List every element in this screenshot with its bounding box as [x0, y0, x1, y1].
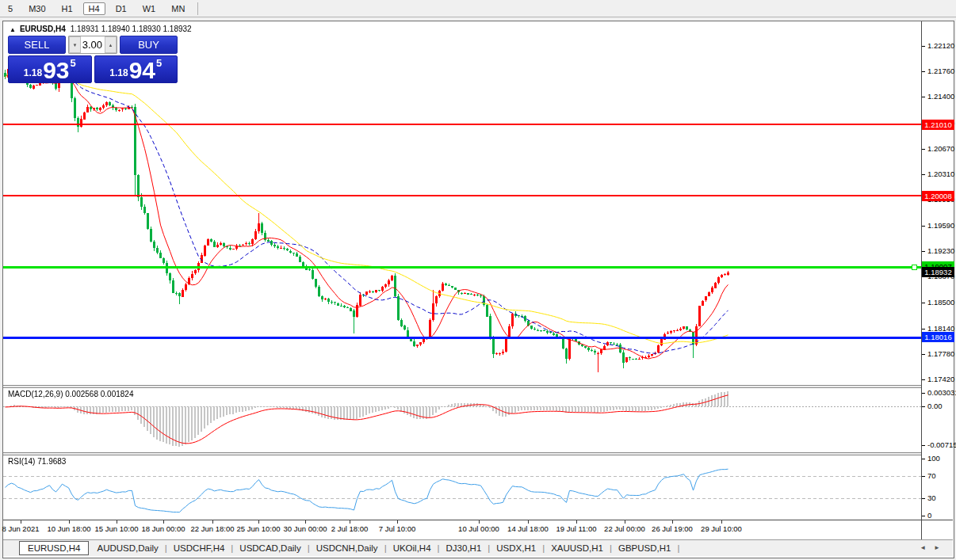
tab-scroll-left-icon[interactable]: ◄: [920, 544, 934, 551]
tab-separator: |: [308, 543, 310, 553]
time-axis-label: 14 Jul 18:00: [507, 524, 549, 533]
price-axis-label: 1.21760: [927, 67, 954, 75]
time-axis-tick-mark: [479, 520, 480, 524]
price-axis-label: 1.19230: [927, 246, 954, 255]
time-axis-tick-mark: [69, 520, 70, 524]
price-axis-tick-mark: [922, 71, 925, 72]
tab-separator: |: [165, 543, 167, 553]
tab-item[interactable]: AUDUSD,Daily: [97, 543, 158, 553]
tab-item[interactable]: XAUUSD,H1: [551, 543, 603, 553]
timeframe-button-h1[interactable]: H1: [56, 2, 78, 15]
buy-button[interactable]: BUY: [120, 36, 178, 54]
tab-item[interactable]: USDX,H1: [496, 543, 536, 553]
time-axis-tick-mark: [672, 520, 673, 524]
price-axis-label: 1.18500: [927, 298, 954, 307]
timeframe-button-mn[interactable]: MN: [166, 2, 190, 15]
time-axis-tick-mark: [21, 520, 21, 524]
current-price-badge: 1.18932: [922, 267, 954, 277]
rsi-canvas[interactable]: [3, 455, 921, 520]
lot-size-control: ▼ 3.00 ▲: [68, 36, 117, 54]
tab-item[interactable]: GBPUSD,H1: [618, 543, 671, 553]
price-axis-tick-mark: [922, 97, 925, 97]
timeframe-button-w1[interactable]: W1: [137, 2, 162, 15]
time-axis-label: 10 Jul 00:00: [458, 524, 499, 533]
price-axis-tick-mark: [922, 303, 925, 303]
tab-item[interactable]: UKOil,H4: [393, 543, 431, 553]
time-axis-tick-mark: [528, 520, 529, 524]
rsi-axis-tick-mark: [922, 498, 925, 499]
price-axis-tick-mark: [922, 46, 925, 47]
macd-axis-tick-mark: [922, 445, 925, 446]
chart-symbol-period: EURUSD,H4: [20, 25, 66, 33]
price-axis-label: 1.20310: [927, 170, 954, 178]
time-axis-tick-mark: [576, 520, 577, 524]
time-axis-label: 8 Jun 2021: [2, 524, 39, 533]
sell-price-big-digits: 93: [43, 60, 69, 81]
timeframe-button-5[interactable]: 5: [2, 2, 18, 15]
time-axis-label: 22 Jun 18:00: [191, 524, 235, 533]
price-badge-line-1.18016: 1.18016: [922, 332, 954, 342]
timeframe-button-d1[interactable]: D1: [110, 2, 132, 15]
tab-separator: |: [231, 543, 233, 553]
tab-item[interactable]: USDCHF,H4: [174, 543, 225, 553]
axis-vertical-border: [921, 21, 922, 539]
tab-separator: |: [488, 543, 490, 553]
time-axis-label: 7 Jul 10:00: [379, 524, 415, 533]
price-axis-label: 1.21400: [927, 92, 954, 101]
tab-separator: |: [610, 543, 612, 553]
time-axis-tick-mark: [258, 520, 259, 524]
buy-price-prefix: 1.18: [109, 67, 128, 78]
timeframe-button-m30[interactable]: M30: [23, 2, 51, 15]
time-axis-tick-mark: [721, 520, 722, 524]
price-axis-label: 1.17420: [927, 375, 954, 383]
rsi-axis-label: 0: [927, 511, 931, 520]
price-axis-tick-mark: [922, 329, 925, 330]
tab-item[interactable]: DJ30,H1: [446, 543, 482, 553]
lot-input[interactable]: 3.00: [81, 36, 105, 53]
macd-canvas[interactable]: [3, 388, 921, 452]
macd-label: MACD(12,26,9) 0.002568 0.001824: [8, 390, 133, 398]
time-axis-label: 29 Jul 10:00: [701, 524, 742, 533]
price-axis-tick-mark: [922, 251, 925, 252]
price-axis-label: 1.22120: [927, 41, 954, 50]
rsi-name: RSI(14): [8, 457, 35, 466]
tab-item-active[interactable]: EURUSD,H4: [19, 541, 89, 555]
macd-axis-tick-mark: [922, 406, 925, 407]
sell-button[interactable]: SELL: [8, 36, 66, 54]
tab-scroll-arrows: ◄►: [920, 544, 948, 551]
macd-axis-min: -0.00715: [927, 440, 956, 449]
tab-separator: |: [677, 543, 679, 553]
sell-price-display[interactable]: 1.18935: [8, 55, 92, 83]
lot-decrease-button[interactable]: ▼: [69, 36, 81, 53]
mt4-terminal: 5M30H1H4D1W1MN ▲EURUSD,H41.18931 1.18940…: [0, 0, 956, 560]
collapse-panel-icon[interactable]: ▲: [10, 26, 16, 33]
rsi-axis-label: 100: [927, 454, 940, 463]
tab-separator: |: [384, 543, 387, 553]
chart-tab-bar: EURUSD,H4AUDUSD,Daily|USDCHF,H4|USDCAD,D…: [3, 540, 953, 556]
buy-price-display[interactable]: 1.18945: [94, 55, 178, 83]
sell-price-prefix: 1.18: [24, 67, 42, 78]
buy-price-pipette: 5: [156, 57, 162, 69]
chart-title: ▲EURUSD,H41.18931 1.18940 1.18930 1.1893…: [10, 25, 192, 33]
macd-axis-tick-mark: [922, 393, 925, 394]
lot-increase-button[interactable]: ▲: [105, 36, 117, 53]
tab-item[interactable]: USDCAD,Daily: [239, 543, 300, 553]
price-axis-tick-mark: [922, 226, 925, 227]
time-axis-label: 25 Jun 10:00: [237, 524, 281, 533]
rsi-axis-label: 70: [927, 471, 936, 480]
timeframe-button-h4[interactable]: H4: [83, 2, 105, 15]
rsi-label: RSI(14) 71.9683: [8, 457, 66, 466]
time-axis-tick-mark: [163, 520, 164, 524]
time-axis-tick-mark: [350, 520, 350, 524]
sell-price-pipette: 5: [71, 57, 76, 69]
tab-scroll-right-icon[interactable]: ►: [934, 544, 948, 551]
tab-separator: |: [438, 543, 440, 553]
rsi-value: 71.9683: [37, 457, 66, 466]
tab-item[interactable]: USDCNH,Daily: [316, 543, 378, 553]
chart-ohlc-values: 1.18931 1.18940 1.18930 1.18932: [71, 25, 192, 33]
macd-axis-max: 0.003031: [927, 388, 956, 397]
time-axis-label: 10 Jun 18:00: [48, 524, 91, 533]
time-axis-label: 19 Jul 11:00: [556, 524, 596, 533]
price-badge-line-1.20008: 1.20008: [922, 191, 954, 201]
price-axis-tick-mark: [922, 149, 925, 150]
